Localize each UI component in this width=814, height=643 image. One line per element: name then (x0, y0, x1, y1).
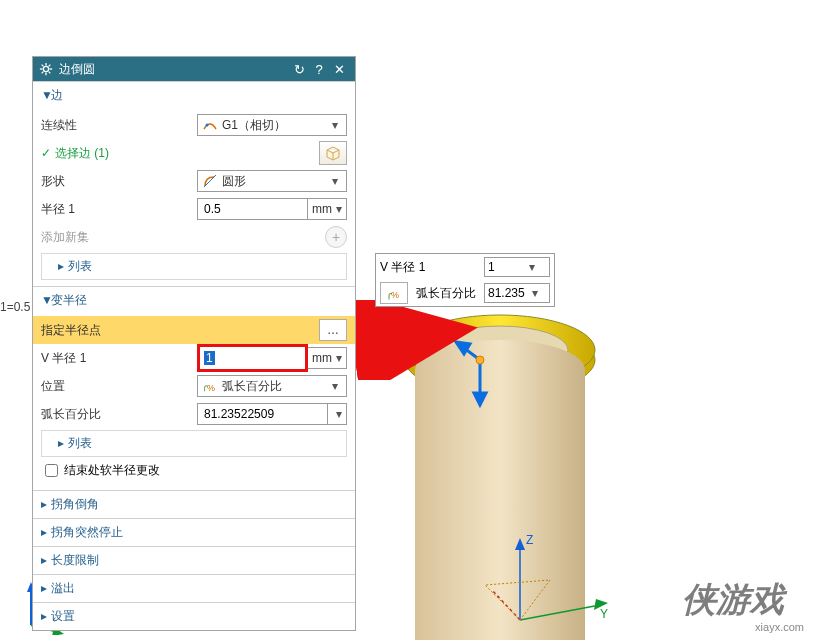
svg-text:%: % (207, 383, 215, 393)
svg-line-22 (492, 590, 520, 620)
soft-radius-label: 结束处软半径更改 (64, 462, 160, 479)
svg-line-33 (42, 72, 44, 74)
add-newset-button[interactable]: + (325, 226, 347, 248)
svg-line-30 (42, 65, 44, 67)
shape-label: 形状 (41, 173, 197, 190)
svg-text:%: % (391, 290, 399, 300)
close-button[interactable]: ✕ (329, 62, 349, 77)
reset-button[interactable]: ↻ (289, 62, 309, 77)
section-stop-header[interactable]: ▸拐角突然停止 (33, 518, 355, 546)
svg-line-19 (520, 605, 600, 620)
svg-point-25 (43, 66, 48, 71)
specify-point-label: 指定半径点 (41, 322, 319, 339)
section-varradius-body: 指定半径点 … V 半径 1 1 mm▾ 位置 ╭% 弧长百分比▾ 弧长百分比 … (33, 314, 355, 490)
mini-vradius-label: V 半径 1 (380, 259, 484, 276)
vradius-label: V 半径 1 (41, 350, 197, 367)
section-corner-header[interactable]: ▸拐角倒角 (33, 490, 355, 518)
shape-combo[interactable]: 圆形▾ (197, 170, 347, 192)
svg-line-31 (49, 72, 51, 74)
watermark-site: xiayx.com (755, 621, 804, 633)
position-combo[interactable]: ╭% 弧长百分比▾ (197, 375, 347, 397)
circular-icon (202, 173, 218, 189)
edge-list-toggle[interactable]: ▸列表 (41, 253, 347, 280)
section-edge-body: 连续性 G1（相切）▾ 选择边 (1) 形状 圆形▾ 半径 1 mm▾ (33, 109, 355, 286)
arcpercent-label: 弧长百分比 (41, 406, 197, 423)
svg-line-32 (49, 65, 51, 67)
section-overflow-header[interactable]: ▸溢出 (33, 574, 355, 602)
section-edge-header[interactable]: ▼边 (33, 81, 355, 109)
dialog-titlebar[interactable]: 边倒圆 ↻ ? ✕ (33, 57, 355, 81)
origin-triad: Z Y (480, 530, 620, 640)
arcpercent-dd[interactable]: ▾ (327, 403, 347, 425)
arcpercent-input[interactable] (197, 403, 328, 425)
percent-icon: ╭% (202, 378, 218, 394)
select-edge-button[interactable] (319, 141, 347, 165)
svg-point-34 (206, 124, 209, 127)
svg-text:Z: Z (526, 533, 533, 547)
vradius-unit[interactable]: mm▾ (307, 347, 347, 369)
mini-percent-mode-button[interactable]: ╭% (380, 282, 408, 304)
mini-arc-input[interactable]: 81.235▾ (484, 283, 550, 303)
position-label: 位置 (41, 378, 197, 395)
radius1-input[interactable] (197, 198, 308, 220)
section-length-header[interactable]: ▸长度限制 (33, 546, 355, 574)
dialog-title: 边倒圆 (59, 61, 289, 78)
section-varradius-header[interactable]: ▼变半径 (33, 286, 355, 314)
mini-vradius-input[interactable]: 1▾ (484, 257, 550, 277)
watermark-brand: 侠游戏 (682, 577, 784, 623)
edge-blend-dialog[interactable]: 边倒圆 ↻ ? ✕ ▼边 连续性 G1（相切）▾ 选择边 (1) 形状 圆形▾ (32, 56, 356, 631)
mini-arc-label: 弧长百分比 (416, 285, 484, 302)
svg-text:Y: Y (600, 607, 608, 621)
radius1-label: 半径 1 (41, 201, 197, 218)
tangent-icon (202, 117, 218, 133)
radius1-unit[interactable]: mm▾ (307, 198, 347, 220)
select-edge-label[interactable]: 选择边 (1) (41, 145, 319, 162)
add-newset-label: 添加新集 (41, 229, 325, 246)
svg-marker-17 (515, 538, 525, 550)
soft-radius-checkbox[interactable] (45, 464, 58, 477)
section-settings-header[interactable]: ▸设置 (33, 602, 355, 630)
specify-point-button[interactable]: … (319, 319, 347, 341)
continuity-combo[interactable]: G1（相切）▾ (197, 114, 347, 136)
help-button[interactable]: ? (309, 62, 329, 77)
vradius-input[interactable]: 1 (197, 344, 308, 372)
varradius-list-toggle[interactable]: ▸列表 (41, 430, 347, 457)
continuity-label: 连续性 (41, 117, 197, 134)
floating-radius-editor[interactable]: V 半径 1 1▾ ╭% 弧长百分比 81.235▾ (375, 253, 555, 307)
view-value-label: 1=0.5 (0, 300, 30, 314)
gear-icon (39, 62, 53, 76)
